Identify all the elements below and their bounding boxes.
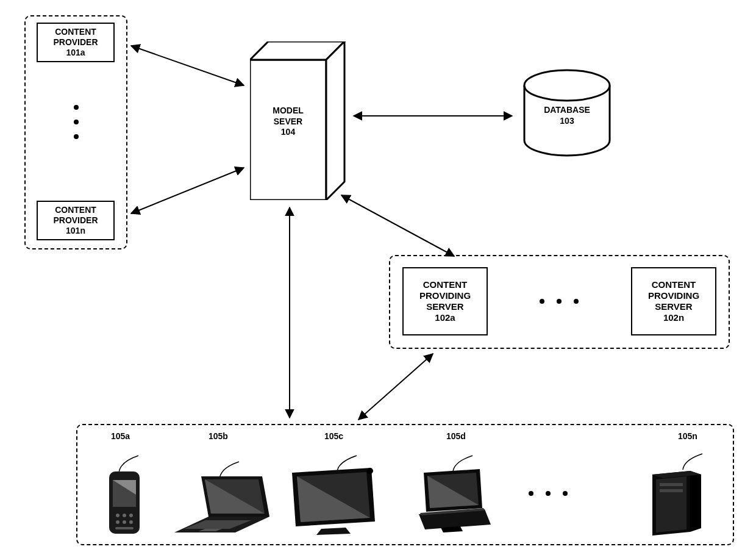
content-providing-servers-group: CONTENT PROVIDING SERVER 102a CONTENT PR…: [389, 255, 730, 349]
svg-point-24: [367, 468, 373, 474]
cps-a-l1: CONTENT: [406, 279, 484, 290]
model-server: MODEL SEVER 104: [250, 41, 354, 202]
content-providers-group: CONTENT PROVIDER 101a CONTENT PROVIDER 1…: [24, 15, 127, 249]
device-c-ref: 105c: [324, 431, 343, 441]
tower-icon: [641, 453, 708, 538]
cps-n-l3: SERVER: [635, 301, 713, 312]
svg-line-42: [358, 354, 433, 420]
device-d-ref: 105d: [446, 431, 466, 441]
content-provider-n-ref: 101n: [40, 226, 111, 236]
cps-ellipsis: [540, 299, 579, 304]
svg-marker-32: [690, 471, 701, 532]
content-provider-a-l2: PROVIDER: [40, 37, 111, 48]
svg-marker-2: [326, 41, 344, 200]
model-server-ref: 104: [250, 127, 326, 138]
device-a-ref: 105a: [111, 431, 130, 441]
cps-a-l2: PROVIDING: [406, 290, 484, 301]
laptop-icon: [172, 461, 273, 534]
svg-point-10: [116, 520, 119, 524]
database-label: DATABASE: [518, 105, 616, 116]
cps-a-ref: 102a: [406, 312, 484, 323]
devices-group: 105a 105b 105c: [76, 424, 734, 545]
phone-icon: [102, 454, 148, 537]
devices-ellipsis: [529, 491, 568, 496]
content-provider-a-l1: CONTENT: [40, 27, 111, 37]
svg-point-11: [123, 520, 126, 524]
content-provider-n-l2: PROVIDER: [40, 215, 111, 226]
cps-n-l2: PROVIDING: [635, 290, 713, 301]
database-ref: 103: [518, 116, 616, 127]
content-provider-a: CONTENT PROVIDER 101a: [37, 23, 115, 62]
desktop-icon: [407, 454, 498, 537]
architecture-diagram: CONTENT PROVIDER 101a CONTENT PROVIDER 1…: [0, 0, 756, 552]
cps-n-ref: 102n: [635, 312, 713, 323]
content-providers-ellipsis: [73, 105, 79, 139]
svg-marker-23: [316, 528, 351, 535]
svg-line-38: [131, 168, 244, 213]
database: DATABASE 103: [518, 67, 616, 160]
content-provider-a-ref: 101a: [40, 48, 111, 58]
cps-a-l3: SERVER: [406, 301, 484, 312]
cps-n-l1: CONTENT: [635, 279, 713, 290]
svg-rect-36: [660, 489, 683, 492]
device-b-ref: 105b: [209, 431, 228, 441]
svg-point-12: [129, 520, 133, 524]
content-provider-n-l1: CONTENT: [40, 205, 111, 215]
content-providing-server-n: CONTENT PROVIDING SERVER 102n: [631, 267, 716, 335]
content-provider-n: CONTENT PROVIDER 101n: [37, 201, 115, 240]
svg-rect-35: [660, 483, 683, 486]
svg-point-7: [116, 514, 119, 517]
svg-point-9: [129, 514, 133, 517]
svg-point-3: [524, 70, 610, 101]
svg-point-8: [123, 514, 126, 517]
svg-line-40: [341, 195, 454, 256]
monitor-icon: [285, 454, 382, 537]
device-n-ref: 105n: [678, 431, 697, 441]
model-server-l1: MODEL: [250, 106, 326, 116]
model-server-l2: SEVER: [250, 116, 326, 127]
svg-rect-13: [115, 527, 134, 529]
svg-line-37: [131, 46, 244, 85]
content-providing-server-a: CONTENT PROVIDING SERVER 102a: [402, 267, 488, 335]
